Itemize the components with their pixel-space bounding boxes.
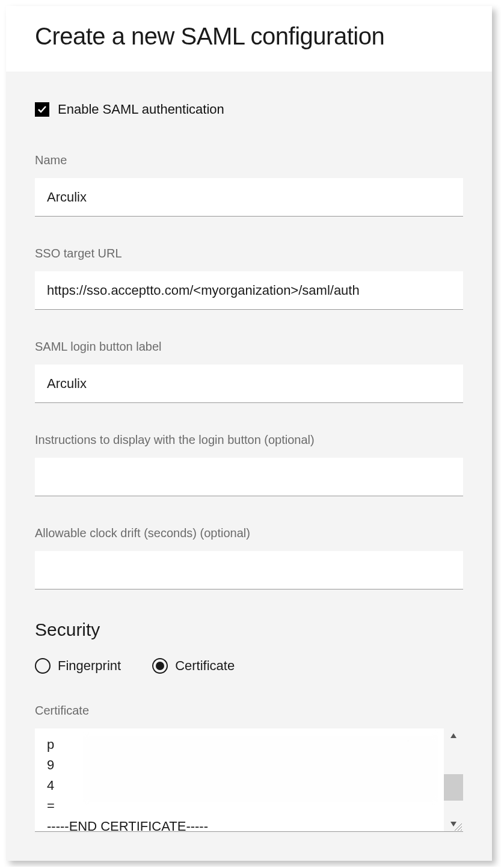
name-input[interactable] [35,178,463,217]
enable-saml-checkbox[interactable] [35,102,49,117]
scroll-thumb[interactable] [444,774,463,801]
redaction-overlay [83,736,438,802]
page-title: Create a new SAML configuration [35,23,463,50]
security-radio-group: Fingerprint Certificate [35,658,463,674]
login-button-label-field: SAML login button label [35,340,463,403]
security-heading: Security [35,620,463,640]
panel-header: Create a new SAML configuration [6,6,492,72]
triangle-up-icon [450,733,456,738]
enable-saml-row: Enable SAML authentication [35,102,463,117]
certificate-label: Certificate [35,704,463,718]
certificate-radio-circle [152,658,168,674]
certificate-scrollbar[interactable] [444,728,463,832]
resize-icon [452,821,462,831]
login-button-label-label: SAML login button label [35,340,463,354]
clock-drift-input[interactable] [35,551,463,589]
fingerprint-radio-circle [35,658,51,674]
instructions-label: Instructions to display with the login b… [35,433,463,447]
instructions-input[interactable] [35,458,463,496]
instructions-field: Instructions to display with the login b… [35,433,463,496]
scroll-up-button[interactable] [444,728,463,743]
certificate-radio-label: Certificate [175,658,235,674]
clock-drift-field: Allowable clock drift (seconds) (optiona… [35,526,463,589]
fingerprint-radio-label: Fingerprint [58,658,121,674]
check-icon [37,105,47,114]
sso-url-field: SSO target URL [35,247,463,310]
certificate-radio[interactable]: Certificate [152,658,235,674]
sso-url-label: SSO target URL [35,247,463,260]
name-field: Name [35,153,463,217]
login-button-label-input[interactable] [35,365,463,403]
sso-url-input[interactable] [35,271,463,310]
saml-config-panel: Create a new SAML configuration Enable S… [6,6,492,861]
name-label: Name [35,153,463,167]
clock-drift-label: Allowable clock drift (seconds) (optiona… [35,526,463,540]
svg-line-0 [455,823,462,831]
certificate-field: Certificate p vt 9 4 [35,704,463,832]
enable-saml-label: Enable SAML authentication [58,102,224,117]
resize-handle[interactable] [452,821,462,831]
panel-body: Enable SAML authentication Name SSO targ… [6,72,492,861]
fingerprint-radio[interactable]: Fingerprint [35,658,121,674]
svg-line-2 [461,830,462,831]
certificate-wrap: p vt 9 4 Vc = [35,728,463,832]
